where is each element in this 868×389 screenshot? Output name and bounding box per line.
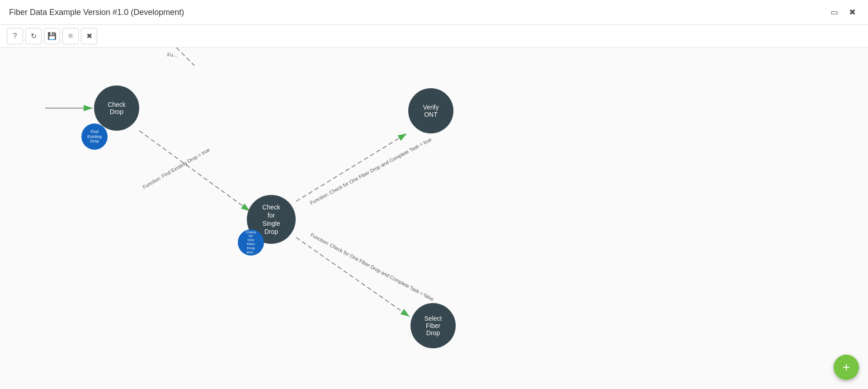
toolbar: ? ↻ 💾 ⚛ ✖	[0, 25, 868, 47]
add-fab-button[interactable]: +	[834, 355, 859, 380]
label-partial: Fu...	[167, 52, 177, 57]
node-find-existing-drop[interactable]: Find Existing Drop	[81, 123, 108, 150]
help-button[interactable]: ?	[7, 28, 23, 44]
arrow-partial-top	[176, 47, 194, 66]
refresh-button[interactable]: ↻	[25, 28, 42, 44]
page-title: Fiber Data Example Version #1.0 (Develop…	[9, 8, 184, 17]
title-actions: ▭ ✖	[827, 5, 859, 19]
arrow-single-to-select	[296, 237, 410, 317]
tag-button[interactable]: ✖	[81, 28, 97, 44]
title-bar: Fiber Data Example Version #1.0 (Develop…	[0, 0, 868, 25]
node-select-fiber-drop[interactable]: Select Fiber Drop	[410, 303, 456, 348]
node-verify-ont[interactable]: Verify ONT	[408, 88, 453, 133]
node-check-drop[interactable]: Check Drop	[94, 85, 139, 131]
close-button[interactable]: ✖	[845, 5, 859, 19]
arrow-check-drop-to-single	[139, 131, 250, 211]
arrow-single-to-verify	[296, 133, 407, 201]
settings-button[interactable]: ⚛	[62, 28, 79, 44]
label-one-fiber-false: Function: Check for One Fiber Drop and C…	[310, 232, 435, 302]
flow-canvas: Function: Find Existing Drop = true Func…	[0, 47, 868, 389]
save-button[interactable]: 💾	[44, 28, 60, 44]
maximize-button[interactable]: ▭	[827, 5, 841, 19]
label-find-existing: Function: Find Existing Drop = true	[142, 147, 211, 190]
node-check-sub[interactable]: Check for One Fiber Drop and...	[238, 229, 264, 256]
label-one-fiber-true: Function: Check for One Fiber Drop and C…	[309, 137, 432, 206]
